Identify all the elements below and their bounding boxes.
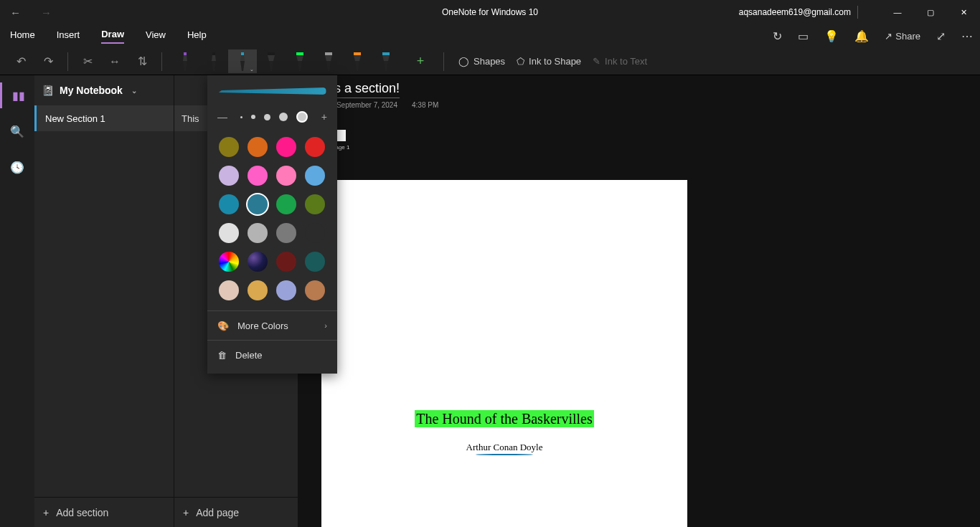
color-swatch[interactable]	[219, 137, 239, 157]
menu-view[interactable]: View	[146, 29, 166, 43]
svg-rect-0	[268, 52, 275, 55]
share-button[interactable]: ↗ Share	[885, 31, 920, 42]
add-page-label: Add page	[196, 507, 239, 518]
sections-panel: 📓 My Notebook ⌄ New Section 1 + Add sect…	[34, 75, 174, 527]
title-bar: ← → OneNote for Windows 10 aqsanadeem619…	[0, 0, 980, 24]
delete-label: Delete	[235, 350, 263, 361]
menu-home[interactable]: Home	[10, 29, 35, 43]
thickness-increase-button[interactable]: +	[321, 111, 327, 123]
stroke-preview	[207, 75, 337, 107]
svg-rect-3	[354, 52, 361, 55]
color-swatch[interactable]	[248, 252, 268, 272]
color-swatch[interactable]	[305, 252, 325, 272]
color-swatch[interactable]	[305, 280, 325, 300]
back-arrow-icon[interactable]: ←	[10, 6, 21, 19]
ink-to-shape-label: Ink to Shape	[529, 56, 581, 67]
section-item[interactable]: New Section 1	[34, 105, 174, 131]
color-swatch[interactable]	[248, 223, 268, 243]
color-swatch[interactable]	[219, 166, 239, 186]
highlighter-black[interactable]	[257, 49, 286, 73]
thickness-option-5-selected[interactable]	[296, 111, 308, 123]
sync-icon[interactable]: ↻	[773, 29, 782, 43]
lasso-select-button[interactable]: ✂	[77, 51, 98, 72]
highlighter-grey[interactable]	[314, 49, 343, 73]
menu-insert[interactable]: Insert	[57, 29, 80, 43]
add-page-button[interactable]: + Add page	[174, 497, 298, 527]
menu-bar: Home Insert Draw View Help ↻ ▭ 💡 🔔 ↗ Sha…	[0, 24, 980, 48]
color-swatch[interactable]	[305, 166, 325, 186]
fullscreen-icon[interactable]: ⤢	[936, 29, 946, 43]
forward-arrow-icon: →	[41, 6, 52, 19]
insert-space-button[interactable]: ↔	[104, 51, 126, 72]
canvas[interactable]: s is a section! day, September 7, 2024 4…	[298, 75, 980, 527]
color-swatch[interactable]	[276, 223, 296, 243]
search-icon[interactable]: 🔍	[0, 118, 34, 144]
color-swatch[interactable]	[248, 166, 268, 186]
thickness-option-1[interactable]	[240, 116, 242, 118]
color-grid	[207, 130, 337, 310]
color-swatch[interactable]	[248, 137, 268, 157]
ink-to-text-label: Ink to Text	[605, 56, 647, 67]
shapes-button[interactable]: ◯ Shapes	[458, 56, 505, 67]
thickness-selector: — +	[207, 107, 337, 130]
more-icon[interactable]: ⋯	[961, 29, 973, 43]
highlighter-green[interactable]	[286, 49, 314, 73]
color-swatch[interactable]	[276, 280, 296, 300]
redo-button[interactable]: ↷	[37, 51, 59, 72]
lightbulb-icon[interactable]: 💡	[824, 29, 839, 43]
add-pen-button[interactable]: +	[406, 54, 435, 69]
book-title: The Hound of the Baskervilles	[321, 411, 687, 427]
highlighter-blue[interactable]	[372, 49, 400, 73]
highlighter-orange[interactable]	[343, 49, 372, 73]
chevron-right-icon: ›	[324, 321, 327, 330]
section-name: New Section 1	[45, 113, 105, 124]
ink-to-text-button: ✎ Ink to Text	[593, 56, 647, 67]
svg-rect-4	[382, 52, 390, 55]
left-rail: ▮▮ 🔍 🕓	[0, 75, 34, 527]
color-swatch[interactable]	[276, 252, 296, 272]
thickness-decrease-button[interactable]: —	[217, 111, 227, 123]
color-swatch[interactable]	[305, 194, 325, 214]
color-swatch[interactable]	[305, 223, 325, 243]
thickness-option-3[interactable]	[264, 114, 270, 120]
color-swatch[interactable]	[276, 194, 296, 214]
color-swatch[interactable]	[276, 137, 296, 157]
menu-draw[interactable]: Draw	[101, 29, 124, 44]
maximize-button[interactable]: ▢	[914, 0, 947, 24]
pen-black[interactable]	[199, 49, 228, 73]
thickness-option-4[interactable]	[279, 113, 288, 121]
document-page[interactable]: The Hound of the Baskervilles Arthur Con…	[321, 180, 687, 527]
bell-icon[interactable]: 🔔	[854, 29, 869, 43]
notebooks-icon[interactable]: ▮▮	[0, 82, 34, 108]
close-button[interactable]: ✕	[947, 0, 980, 24]
user-email[interactable]: aqsanadeem619@gmail.com	[739, 7, 851, 17]
separator	[67, 52, 68, 71]
color-swatch[interactable]	[248, 194, 268, 214]
undo-button[interactable]: ↶	[10, 51, 32, 72]
app-title: OneNote for Windows 10	[442, 7, 538, 17]
separator	[443, 52, 444, 71]
ink-to-shape-button[interactable]: ⬠ Ink to Shape	[517, 56, 581, 67]
color-swatch[interactable]	[219, 252, 239, 272]
pen-teal[interactable]: ⌄	[228, 49, 257, 73]
minimize-button[interactable]: ―	[881, 0, 914, 24]
thickness-option-2[interactable]	[251, 115, 255, 119]
svg-rect-2	[325, 52, 332, 55]
color-swatch[interactable]	[219, 280, 239, 300]
color-swatch[interactable]	[219, 194, 239, 214]
add-section-button[interactable]: + Add section	[34, 497, 174, 527]
recent-icon[interactable]: 🕓	[0, 154, 34, 180]
delete-pen-button[interactable]: 🗑 Delete	[207, 341, 337, 369]
add-section-label: Add section	[56, 507, 108, 518]
pen-purple[interactable]	[171, 49, 199, 73]
color-swatch[interactable]	[276, 166, 296, 186]
notebook-selector[interactable]: 📓 My Notebook ⌄	[34, 75, 174, 105]
color-swatch[interactable]	[248, 280, 268, 300]
palette-icon: 🎨	[217, 321, 229, 331]
color-swatch[interactable]	[219, 223, 239, 243]
page-mode-icon[interactable]: ▭	[798, 29, 809, 43]
menu-help[interactable]: Help	[187, 29, 207, 43]
color-swatch[interactable]	[305, 137, 325, 157]
resize-button[interactable]: ⇅	[131, 51, 153, 72]
more-colors-button[interactable]: 🎨 More Colors ›	[207, 311, 337, 340]
